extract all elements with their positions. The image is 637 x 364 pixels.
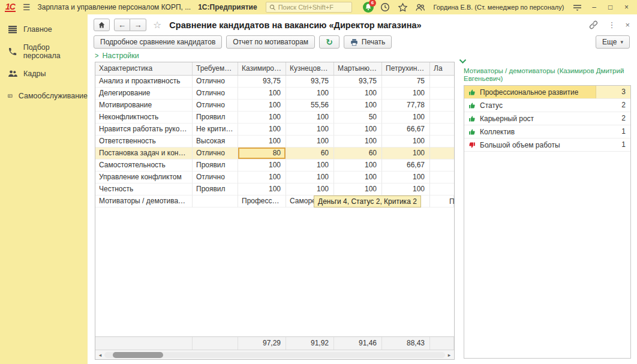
column-header[interactable]: Требуемые п... (193, 62, 238, 75)
cell-value[interactable] (430, 88, 454, 100)
cell-value[interactable]: 100 (334, 160, 382, 172)
scroll-right-icon[interactable]: ▸ (446, 352, 452, 358)
favorites-button[interactable] (396, 1, 409, 14)
cell-value[interactable]: 55,56 (286, 100, 334, 112)
cell-value[interactable] (430, 148, 454, 160)
more-button[interactable]: Еще▾ (596, 35, 630, 49)
cell-required[interactable]: Отлично (193, 76, 238, 88)
motivator-item[interactable]: Большой объем работы1 (464, 139, 630, 152)
motivators-report-button[interactable]: Отчет по мотиваторам (226, 35, 315, 49)
cell-value[interactable]: 100 (238, 124, 286, 136)
cell-value[interactable]: 100 (286, 183, 334, 195)
cell-characteristic[interactable]: Мотивирование (95, 100, 193, 112)
cell-value[interactable]: 100 (286, 136, 334, 148)
cell-required[interactable]: Проявил (193, 160, 238, 172)
cell-value[interactable]: 100 (286, 124, 334, 136)
minimize-button[interactable]: – (588, 3, 600, 11)
close-form-button[interactable]: × (625, 20, 630, 29)
cell-value[interactable] (430, 76, 454, 88)
cell-value[interactable]: 100 (238, 160, 286, 172)
scrollbar-thumb[interactable] (113, 352, 163, 358)
cell-characteristic[interactable]: Нравится работать руководи... (95, 124, 193, 136)
cell-value[interactable]: 100 (238, 172, 286, 183)
column-header[interactable]: Мартынюк О. Е. (334, 62, 382, 75)
cell-value[interactable]: 93,75 (238, 76, 286, 88)
cell-value[interactable]: 50 (334, 112, 382, 124)
cell-value[interactable] (430, 160, 454, 172)
motivator-label-cell[interactable]: Большой объем работы (464, 139, 596, 151)
cell-value[interactable]: 100 (334, 183, 382, 195)
cell-value[interactable]: 60 (286, 148, 334, 160)
cell-value[interactable]: 93,75 (334, 76, 382, 88)
print-button[interactable]: Печать (344, 35, 392, 49)
cell-value[interactable]: 100 (238, 100, 286, 112)
cell-value[interactable]: 100 (334, 88, 382, 100)
cell-characteristic[interactable]: Постановка задач и контроля (95, 148, 193, 160)
cell-value[interactable]: 66,67 (382, 124, 430, 136)
current-user[interactable]: Гордина Е.В. (Ст. менеджер по персоналу) (433, 4, 564, 11)
cell-value[interactable]: 100 (382, 88, 430, 100)
cell-value[interactable] (430, 112, 454, 124)
cell-value[interactable]: 100 (382, 172, 430, 183)
cell-value[interactable]: 100 (238, 136, 286, 148)
search-input[interactable] (278, 4, 347, 11)
maximize-button[interactable]: □ (605, 3, 616, 11)
cell-characteristic[interactable]: Неконфликтность (95, 112, 193, 124)
motivator-item[interactable]: Статус2 (464, 99, 630, 112)
table-row[interactable]: СамостоятельностьПроявил10010010066,67 (95, 160, 454, 172)
window-close-button[interactable]: × (621, 3, 632, 11)
table-row[interactable]: МотивированиеОтлично10055,5610077,78 (95, 100, 454, 112)
sidebar-item-main[interactable]: Главное (0, 18, 88, 40)
cell-value[interactable] (430, 172, 454, 183)
cell-value[interactable]: 60 (334, 148, 382, 160)
selected-cell[interactable]: 80 (238, 148, 286, 160)
cell-required[interactable]: Высокая (193, 136, 238, 148)
cell-required[interactable]: Отлично (193, 88, 238, 100)
scrollbar-track[interactable] (104, 352, 445, 358)
column-header[interactable]: Петрухин В... (382, 62, 430, 75)
table-row[interactable]: ОтветственностьВысокая100100100100 (95, 136, 454, 148)
column-header[interactable]: Казимиров Д. Е. (238, 62, 286, 75)
sidebar-item-hr[interactable]: Кадры (0, 62, 88, 85)
cell-required[interactable]: Отлично (193, 172, 238, 183)
motivator-item[interactable]: Карьерный рост2 (464, 112, 630, 125)
table-row[interactable]: Постановка задач и контроляОтлично806060… (95, 148, 454, 160)
motivator-label-cell[interactable]: Статус (464, 99, 596, 112)
cell-required[interactable]: Отлично (193, 100, 238, 112)
horizontal-scrollbar[interactable]: ◂ ▸ (95, 350, 454, 359)
home-button[interactable] (94, 19, 110, 31)
cell-characteristic[interactable]: Мотиваторы / демотиваторы (95, 195, 193, 207)
sidebar-item-recruitment[interactable]: Подбор персонала (0, 40, 88, 62)
motivator-label-cell[interactable]: Карьерный рост (464, 112, 596, 125)
global-search[interactable] (266, 2, 353, 13)
motivator-item[interactable]: Коллектив1 (464, 125, 630, 139)
table-row[interactable]: Анализ и проактивностьОтлично93,7593,759… (95, 76, 454, 88)
cell-characteristic[interactable]: Самостоятельность (95, 160, 193, 172)
cell-value[interactable] (430, 136, 454, 148)
cell-value[interactable]: 100 (334, 172, 382, 183)
column-header[interactable]: Характеристика (95, 62, 193, 75)
cell-value[interactable] (430, 100, 454, 112)
cell-value[interactable]: 100 (382, 136, 430, 148)
panel-collapse-button[interactable] (459, 59, 467, 64)
cell-value[interactable]: 100 (286, 112, 334, 124)
table-row[interactable]: Нравится работать руководи...Не критично… (95, 124, 454, 136)
cell-value[interactable]: 100 (334, 100, 382, 112)
cell-value[interactable]: 100 (334, 136, 382, 148)
cell-required[interactable]: Отлично (193, 148, 238, 160)
column-header[interactable]: Ла (430, 62, 454, 75)
cell-characteristic[interactable]: Анализ и проактивность (95, 76, 193, 88)
sidebar-item-selfservice[interactable]: Самообслуживание (0, 85, 88, 107)
motivator-label-cell[interactable]: Коллектив (464, 125, 596, 138)
notifications-button[interactable]: 6 (362, 1, 374, 14)
cell-value[interactable]: 100 (382, 148, 430, 160)
1c-logo[interactable]: 1С (5, 3, 16, 12)
cell-value[interactable] (430, 124, 454, 136)
scroll-left-icon[interactable]: ◂ (97, 352, 103, 358)
table-row[interactable]: НеконфликтностьПроявил10010050100 (95, 112, 454, 124)
cell-characteristic[interactable]: Честность (95, 183, 193, 195)
settings-toggle[interactable]: > Настройки (95, 52, 139, 60)
cell-value[interactable]: 77,78 (382, 100, 430, 112)
cell-required[interactable]: Проявил (193, 112, 238, 124)
cell-characteristic[interactable]: Ответственность (95, 136, 193, 148)
